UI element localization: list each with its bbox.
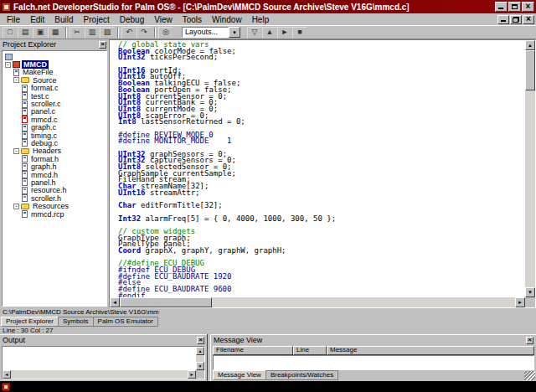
menu-item-build[interactable]: Build <box>49 15 78 24</box>
output-horizontal-scrollbar[interactable]: ◄ ► <box>3 370 196 379</box>
code-area[interactable]: // global state varsBoolean colorMode = … <box>110 40 525 297</box>
message-view-title: Message View <box>214 336 262 344</box>
output-scroll-up-button[interactable]: ▲ <box>196 347 204 355</box>
cut-button[interactable]: ✂ <box>70 27 85 39</box>
build-button[interactable]: ▲ <box>262 27 277 39</box>
scrollbar-corner <box>525 297 535 307</box>
horizontal-scroll-thumb[interactable] <box>120 297 212 307</box>
tree-item-mmcd-rcp[interactable]: mmcd.rcp <box>3 210 106 218</box>
application-window: Falch.net DeveloperStudio for Palm OS® -… <box>0 0 536 381</box>
tree-item-resources[interactable]: -Resources <box>3 202 106 209</box>
scroll-down-button[interactable]: ▼ <box>525 287 535 297</box>
menu-item-edit[interactable]: Edit <box>25 15 49 24</box>
tree-item-workspace[interactable] <box>3 53 106 60</box>
open-file-button[interactable]: ▤ <box>18 27 33 39</box>
column-header-message[interactable]: Message <box>327 346 534 355</box>
tree-item-headers[interactable]: -Headers <box>3 147 106 155</box>
tree-item-scroller-h[interactable]: scroller.h <box>3 194 106 202</box>
tree-item-mmcd[interactable]: -MMCD <box>3 60 106 68</box>
mdi-restore-button[interactable] <box>510 15 522 24</box>
tree-item-panel-c[interactable]: panel.c <box>3 108 106 116</box>
save-button[interactable]: ▣ <box>33 27 48 39</box>
save-all-button[interactable]: ▦ <box>48 27 63 39</box>
stop-button[interactable]: ■ <box>292 27 307 39</box>
tree-item-resource-h[interactable]: resource.h <box>3 187 106 194</box>
layouts-dropdown-arrow-icon[interactable]: ▼ <box>229 27 240 38</box>
copy-button[interactable]: ▥ <box>85 27 100 39</box>
undo-button[interactable]: ↶ <box>121 27 137 39</box>
scroll-left-button[interactable]: ◄ <box>110 297 120 307</box>
column-header-line[interactable]: Line <box>293 346 327 355</box>
message-list[interactable] <box>213 355 534 370</box>
tree-item-format-h[interactable]: format.h <box>3 155 106 162</box>
tree-item-mmcd-c[interactable]: mmcd.c <box>3 116 106 123</box>
menu-item-window[interactable]: Window <box>207 15 247 24</box>
resize-grip[interactable] <box>524 371 535 380</box>
layouts-combo-value[interactable]: Layouts... <box>182 27 229 38</box>
tree-collapse-icon[interactable]: - <box>13 148 19 154</box>
output-scroll-down-button[interactable]: ▼ <box>196 362 204 370</box>
vertical-scroll-thumb[interactable] <box>525 50 535 90</box>
mdi-close-button[interactable]: × <box>523 15 534 24</box>
message-view-close-button[interactable]: × <box>526 337 533 344</box>
menu-item-help[interactable]: Help <box>247 15 275 24</box>
menu-bar: FileEditBuildProjectDebugViewToolsWindow… <box>0 13 536 25</box>
column-header-filename[interactable]: Filename <box>213 346 293 355</box>
toolbar: □▤▣▦✂▥▧↶↷◎ Layouts... ▼ ▽▲►■ <box>0 25 536 39</box>
maximize-button[interactable] <box>508 2 521 12</box>
project-tree: -MMCDMakeFile-Sourceformat.ctest.cscroll… <box>2 50 107 307</box>
tree-item-scroller-c[interactable]: scroller.c <box>3 100 106 107</box>
editor-horizontal-scrollbar[interactable]: ◄ ► <box>110 297 525 307</box>
file-h-icon <box>22 163 28 171</box>
mdi-minimize-button[interactable] <box>497 15 509 24</box>
menu-item-view[interactable]: View <box>149 15 178 24</box>
layouts-combo[interactable]: Layouts... ▼ <box>182 27 240 38</box>
find-button[interactable]: ◎ <box>158 27 173 39</box>
output-scroll-left-button[interactable]: ◄ <box>3 370 11 379</box>
project-explorer-close-button[interactable]: × <box>99 41 106 49</box>
run-button[interactable]: ► <box>277 27 292 39</box>
scroll-up-button[interactable]: ▲ <box>525 40 535 50</box>
minimize-button[interactable] <box>495 2 508 12</box>
folder-icon <box>21 148 29 154</box>
tree-collapse-icon[interactable]: - <box>5 62 11 68</box>
tree-item-makefile[interactable]: MakeFile <box>3 69 106 76</box>
tree-item-panel-h[interactable]: panel.h <box>3 178 106 186</box>
redo-button[interactable]: ↷ <box>137 27 152 39</box>
code-editor[interactable]: // global state varsBoolean colorMode = … <box>109 39 536 308</box>
tab-project-explorer[interactable]: Project Explorer <box>1 317 59 327</box>
menu-item-file[interactable]: File <box>2 15 25 24</box>
tree-item-debug-c[interactable]: debug.c <box>3 139 106 147</box>
file-c-icon <box>22 139 28 147</box>
close-button[interactable]: × <box>522 2 534 12</box>
output-vertical-scrollbar[interactable]: ▲ ▼ <box>196 347 204 370</box>
output-body[interactable]: ▲ ▼ ◄ ► <box>2 346 205 379</box>
editor-vertical-scrollbar[interactable]: ▲ ▼ <box>525 40 535 297</box>
tree-collapse-icon[interactable]: - <box>13 204 19 209</box>
tree-item-source[interactable]: -Source <box>3 76 106 84</box>
tree-collapse-icon[interactable]: - <box>13 77 19 83</box>
tab-message-view[interactable]: Message View <box>213 370 266 380</box>
tree-item-graph-h[interactable]: graph.h <box>3 162 106 170</box>
tree-item-test-c[interactable]: test.c <box>3 92 106 100</box>
tab-breakpoints-watches[interactable]: Breakpoints/Watches <box>265 370 338 380</box>
new-file-button[interactable]: □ <box>3 27 18 39</box>
menu-item-tools[interactable]: Tools <box>178 15 207 24</box>
code-line: UInt32 ticksPerSecond; <box>118 54 525 61</box>
tree-item-timing-c[interactable]: timing.c <box>3 132 106 139</box>
tree-item-graph-c[interactable]: graph.c <box>3 124 106 132</box>
scroll-right-button[interactable]: ► <box>515 297 525 307</box>
tree-item-mmcd-h[interactable]: mmcd.h <box>3 171 106 178</box>
output-scroll-right-button[interactable]: ► <box>188 370 196 379</box>
tab-palm-os-emulator[interactable]: Palm OS Emulator <box>93 317 158 327</box>
menu-item-debug[interactable]: Debug <box>115 15 149 24</box>
tree-item-format-c[interactable]: format.c <box>3 85 106 92</box>
tab-symbols[interactable]: Symbols <box>58 317 94 327</box>
output-close-button[interactable]: × <box>197 337 204 344</box>
paste-button[interactable]: ▧ <box>100 27 115 39</box>
menu-item-project[interactable]: Project <box>79 15 115 24</box>
arrow-left-icon: ◄ <box>5 372 9 377</box>
compile-button[interactable]: ▽ <box>247 27 262 39</box>
explorer-tabs: Project ExplorerSymbolsPalm OS Emulator <box>1 317 157 327</box>
taskbar-app-icon[interactable] <box>2 383 10 391</box>
